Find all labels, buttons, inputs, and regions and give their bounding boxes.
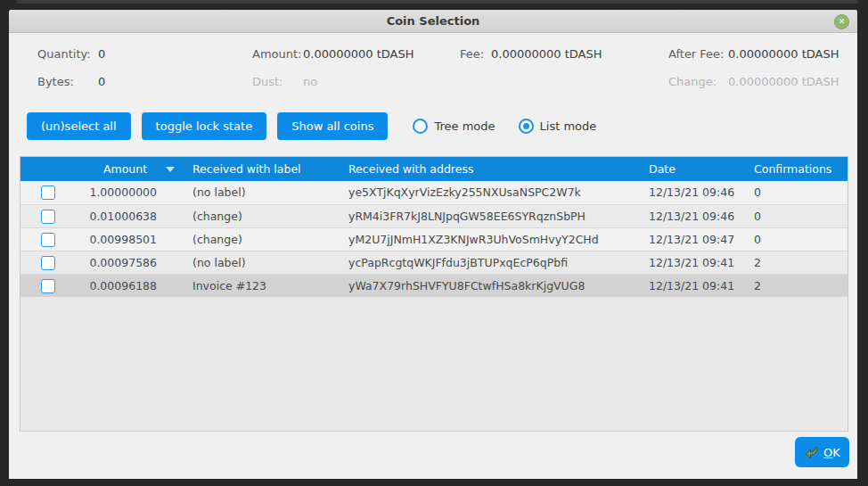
cell-label: (no label) xyxy=(175,251,340,274)
fee-value: 0.00000000 tDASH xyxy=(491,47,602,62)
table-body: 1.00000000(no label)ye5XTjKqXyrVizEzky25… xyxy=(20,181,848,297)
after-fee-value: 0.00000000 tDASH xyxy=(728,47,839,62)
row-checkbox[interactable] xyxy=(41,256,55,270)
dust-label: Dust: xyxy=(252,75,283,89)
amount-label: Amount: xyxy=(252,47,301,62)
cell-address: yWa7X79rhSHVFYU8FCtwfHSa8krKjgVUG8 xyxy=(340,275,638,297)
cell-amount: 0.00096188 xyxy=(76,275,175,297)
cell-checkbox xyxy=(20,228,76,251)
cell-address: ycPapRcgtqWKJFfdu3jBTUPxqEcP6qPbfi xyxy=(340,251,638,274)
table-row[interactable]: 0.00998501(change)yM2U7jJNmH1XZ3KNJwR3Uh… xyxy=(20,227,848,251)
unselect-all-button[interactable]: (un)select all xyxy=(27,112,131,140)
cell-amount: 0.01000638 xyxy=(76,205,175,227)
header-date[interactable]: Date xyxy=(638,157,745,181)
cell-label: (no label) xyxy=(175,181,340,204)
titlebar[interactable]: Coin Selection ✕ xyxy=(9,10,857,33)
toggle-lock-state-button[interactable]: toggle lock state xyxy=(142,112,267,140)
list-mode-radio[interactable]: List mode xyxy=(519,119,597,134)
cell-amount: 0.00998501 xyxy=(76,228,175,251)
cell-label: Invoice #123 xyxy=(175,275,340,297)
coin-selection-dialog: Coin Selection ✕ Quantity: 0 Amount: 0.0… xyxy=(9,10,857,479)
header-amount-label: Amount xyxy=(103,162,147,176)
cell-date: 12/13/21 09:41 xyxy=(638,275,745,297)
cell-confirmations: 0 xyxy=(745,228,848,251)
fee-label: Fee: xyxy=(460,47,484,62)
cell-checkbox xyxy=(20,205,76,227)
cell-checkbox xyxy=(20,181,76,204)
cell-amount: 1.00000000 xyxy=(76,181,175,204)
cell-date: 12/13/21 09:46 xyxy=(638,205,745,227)
sort-desc-icon xyxy=(166,167,175,172)
close-icon[interactable]: ✕ xyxy=(834,14,849,29)
cell-date: 12/13/21 09:41 xyxy=(638,251,745,274)
table-row[interactable]: 0.00096188Invoice #123yWa7X79rhSHVFYU8FC… xyxy=(20,274,848,297)
row-checkbox[interactable] xyxy=(41,210,55,224)
quantity-label: Quantity: xyxy=(37,47,91,62)
cell-date: 12/13/21 09:47 xyxy=(638,228,745,251)
list-mode-label: List mode xyxy=(540,119,597,133)
radio-icon xyxy=(519,119,534,134)
table-row[interactable]: 0.01000638(change)yRM4i3FR7kJ8LNJpqGW58E… xyxy=(20,204,848,227)
table-header: Amount Received with label Received with… xyxy=(20,157,848,181)
row-checkbox[interactable] xyxy=(41,279,55,293)
cell-checkbox xyxy=(20,275,76,297)
coins-table: Amount Received with label Received with… xyxy=(20,156,848,432)
table-row[interactable]: 0.00097586(no label)ycPapRcgtqWKJFfdu3jB… xyxy=(20,251,848,274)
dust-value: no xyxy=(303,75,317,89)
change-label: Change: xyxy=(668,75,717,89)
ok-button[interactable]: OK xyxy=(795,437,849,467)
cell-amount: 0.00097586 xyxy=(76,251,175,274)
cell-checkbox xyxy=(20,251,76,274)
radio-icon xyxy=(413,119,428,134)
bytes-value: 0 xyxy=(98,75,105,89)
header-received-address[interactable]: Received with address xyxy=(340,157,638,181)
cell-address: yRM4i3FR7kJ8LNJpqGW58EE6SYRqznSbPH xyxy=(340,205,638,227)
header-received-label[interactable]: Received with label xyxy=(175,157,340,181)
header-confirmations[interactable]: Confirmations xyxy=(745,157,848,181)
quantity-value: 0 xyxy=(98,47,105,62)
toolbar: (un)select all toggle lock state Show al… xyxy=(27,112,619,140)
after-fee-label: After Fee: xyxy=(668,47,725,62)
cell-confirmations: 0 xyxy=(745,181,848,204)
header-amount[interactable]: Amount xyxy=(76,157,175,181)
ok-arrow-icon xyxy=(804,445,819,459)
show-all-coins-button[interactable]: Show all coins xyxy=(277,112,388,140)
window-title: Coin Selection xyxy=(9,14,857,28)
header-checkbox[interactable] xyxy=(20,157,76,181)
bytes-label: Bytes: xyxy=(37,75,74,89)
table-row[interactable]: 1.00000000(no label)ye5XTjKqXyrVizEzky25… xyxy=(20,181,848,204)
cell-date: 12/13/21 09:46 xyxy=(638,181,745,204)
cell-address: yM2U7jJNmH1XZ3KNJwR3UhVoSmHvyY2CHd xyxy=(340,228,638,251)
view-mode-group: Tree mode List mode xyxy=(413,119,619,134)
tree-mode-label: Tree mode xyxy=(434,119,495,133)
cell-confirmations: 0 xyxy=(745,205,848,227)
row-checkbox[interactable] xyxy=(41,185,55,200)
cell-confirmations: 2 xyxy=(745,251,848,274)
ok-label: OK xyxy=(823,446,840,459)
change-value: 0.00000000 tDASH xyxy=(728,75,839,89)
tree-mode-radio[interactable]: Tree mode xyxy=(413,119,495,134)
cell-confirmations: 2 xyxy=(745,275,848,297)
cell-address: ye5XTjKqXyrVizEzky255NXUsaNSPC2W7k xyxy=(340,181,638,204)
desktop-background-strip xyxy=(17,0,858,4)
amount-value: 0.00000000 tDASH xyxy=(303,47,414,62)
cell-label: (change) xyxy=(175,228,340,251)
row-checkbox[interactable] xyxy=(41,233,55,247)
cell-label: (change) xyxy=(175,205,340,227)
